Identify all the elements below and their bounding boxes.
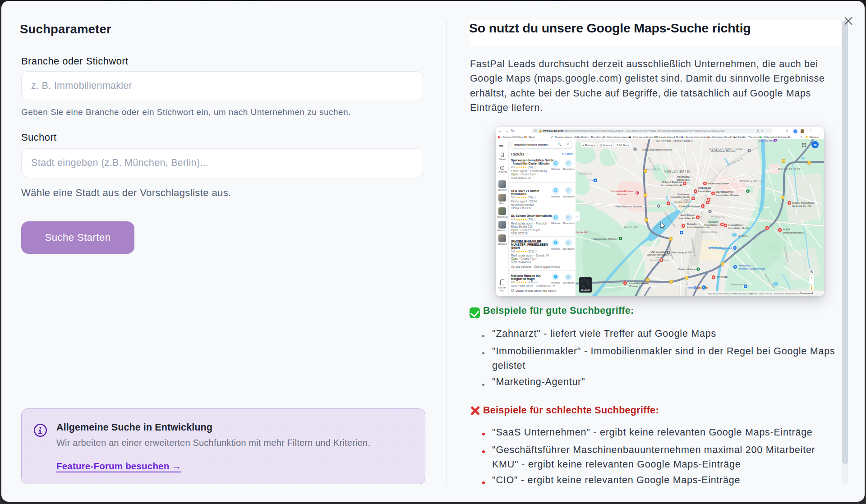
svg-text:DAHLER Münster: DAHLER Münster — [679, 205, 700, 208]
svg-text:DREIZLER: DREIZLER — [698, 187, 711, 189]
svg-text:room2live: room2live — [708, 220, 719, 223]
svg-text:BAUHAUS Münster: BAUHAUS Münster — [709, 247, 732, 249]
svg-text:MÜNSTER-UPPENBERG: MÜNSTER-UPPENBERG — [656, 140, 693, 142]
svg-text:AUSA: AUSA — [783, 228, 790, 231]
svg-text:Lid: Lid — [590, 179, 594, 182]
svg-text:Müller & Fabritius: Müller & Fabritius — [662, 181, 682, 183]
svg-text:Immobilienmakler: Immobilienmakler — [629, 282, 649, 284]
svg-text:Schleuse Münst: Schleuse Münst — [759, 139, 775, 142]
svg-text:Münster Immobilien...: Münster Immobilien... — [647, 253, 672, 256]
svg-text:SUDVIERTEL: SUDVIERTEL — [701, 231, 718, 233]
svg-text:Klatner Immobilien: Klatner Immobilien — [792, 202, 814, 204]
svg-text:Altwetterzoo-Münster: Altwetterzoo-Münster — [593, 238, 617, 240]
svg-text:500 m: 500 m — [794, 293, 800, 295]
svg-text:GmbH & Co. KG: GmbH & Co. KG — [792, 205, 811, 207]
svg-text:Immobilien: Immobilien — [698, 190, 711, 192]
svg-text:−: − — [811, 280, 813, 284]
svg-text:Terms: Terms — [759, 293, 764, 295]
svg-text:Heimathafen: Heimathafen — [728, 224, 743, 226]
svg-text:Münster-Loddenheide: Münster-Loddenheide — [739, 267, 765, 270]
svg-text:≡ All filters: ≡ All filters — [617, 144, 629, 147]
svg-text:Josef Kröger: Josef Kröger — [680, 214, 695, 216]
svg-text:VENBECK: VENBECK — [579, 172, 592, 175]
svg-text:BUSCHE...: BUSCHE... — [717, 276, 730, 279]
svg-text:◷ Hours ▾: ◷ Hours ▾ — [599, 144, 612, 147]
svg-text:Münster i...: Münster i... — [629, 285, 642, 288]
svg-text:Dujardin: Dujardin — [687, 223, 697, 225]
svg-text:KREUZVIERTEL: KREUZVIERTEL — [664, 170, 691, 173]
svg-text:Skaters Palace: Skaters Palace — [678, 268, 696, 270]
svg-text:KENSINGTON: KENSINGTON — [716, 191, 733, 193]
svg-text:haushoch3: haushoch3 — [677, 175, 690, 178]
svg-text:Bewertung in Münster: Bewertung in Münster — [650, 259, 669, 261]
svg-text:Google: Google — [694, 285, 709, 290]
svg-text:Albers Immobilien: Albers Immobilien — [708, 182, 729, 185]
svg-text:◉ Layers: ◉ Layers — [581, 289, 590, 291]
svg-text:Privacy: Privacy — [766, 293, 773, 295]
svg-text:Zentralfriedhof Münster: Zentralfriedhof Münster — [615, 205, 642, 208]
svg-text:H: H — [636, 192, 638, 194]
svg-text:Immobilienmakler...: Immobilienmakler... — [783, 231, 806, 234]
svg-text:Immobilien GmbH: Immobilien GmbH — [671, 196, 690, 198]
svg-text:MAURITZ-MITTE: MAURITZ-MITTE — [740, 179, 763, 182]
svg-text:Send Product Feedback: Send Product Feedback — [774, 293, 795, 295]
svg-text:★ Rating ▾: ★ Rating ▾ — [582, 144, 595, 147]
svg-text:Immobilien Münster: Immobilien Münster — [716, 194, 739, 197]
svg-text:MAURITZ-OST: MAURITZ-OST — [778, 167, 801, 170]
svg-text:Immobilien GmbH: Immobilien GmbH — [728, 227, 749, 229]
svg-text:Münster: Münster — [617, 193, 627, 196]
svg-text:NEUTOR: NEUTOR — [646, 168, 660, 171]
svg-text:Immobilien Münster: Immobilien Münster — [687, 226, 710, 229]
svg-text:MyWellness Münster: MyWellness Münster — [710, 150, 736, 152]
svg-text:SENTRUP: SENTRUP — [624, 225, 640, 228]
svg-text:Flaschenpost SE: Flaschenpost SE — [672, 251, 691, 254]
svg-text:+: + — [811, 276, 813, 280]
svg-text:Technologiepark Münster: Technologiepark Münster — [642, 148, 672, 151]
svg-text:Marktkauf: Marktkauf — [739, 264, 751, 267]
svg-text:Universitätsklinikum: Universitätsklinikum — [610, 190, 633, 192]
svg-text:Immobilienmakler: Immobilienmakler — [674, 201, 690, 203]
svg-text:Hohenfeld: Hohenfeld — [576, 231, 588, 234]
svg-text:M: M — [814, 143, 817, 147]
svg-text:Map data ©2025 GeoBasis-DE/BKG: Map data ©2025 GeoBasis-DE/BKG (©2009), … — [708, 293, 753, 295]
svg-text:HAFEN: HAFEN — [738, 235, 749, 238]
svg-text:Immobilien GmbH: Immobilien GmbH — [661, 184, 682, 187]
svg-text:Immobilien 4K: Immobilien 4K — [678, 217, 695, 220]
svg-text:Friedenspark: Friedenspark — [731, 283, 746, 286]
svg-text:Germany: Germany — [750, 293, 758, 295]
